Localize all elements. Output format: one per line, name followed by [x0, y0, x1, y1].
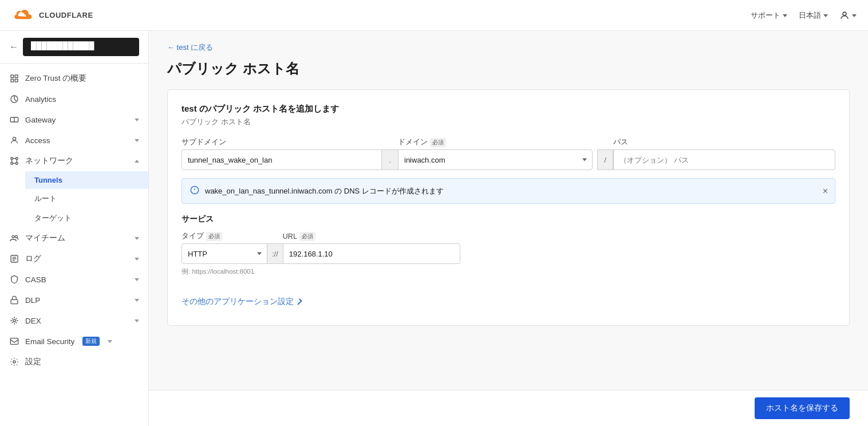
url-label: URL 必須: [283, 232, 460, 241]
slash-separator: /: [597, 149, 613, 170]
sidebar-item-network-label: ネットワーク: [25, 156, 73, 166]
sidebar-item-email-security[interactable]: Email Security 新規: [0, 331, 148, 352]
dlp-icon: [9, 295, 19, 305]
user-button[interactable]: [839, 10, 857, 21]
save-button[interactable]: ホスト名を保存する: [755, 397, 850, 419]
domain-label: ドメイン 必須: [398, 137, 593, 147]
svg-rect-4: [15, 79, 18, 82]
sidebar-item-dex[interactable]: DEX: [0, 310, 148, 331]
svg-rect-8: [11, 157, 13, 159]
type-required-badge: 必須: [206, 232, 222, 241]
url-example-text: 例: https://localhost:8001: [182, 267, 835, 276]
cloudflare-logo-text: CLOUDFLARE: [39, 11, 93, 19]
type-label: タイプ 必須: [182, 231, 267, 241]
subdomain-label: サブドメイン: [182, 137, 382, 147]
domain-group: ドメイン 必須 iniwach.com: [398, 137, 593, 170]
dex-chevron-icon: [135, 320, 139, 322]
svg-rect-15: [11, 299, 18, 303]
info-banner: wake_on_lan_nas_tunnel.iniwach.com の DNS…: [182, 178, 835, 204]
sidebar-item-zero-trust-label: Zero Trust の概要: [25, 73, 86, 84]
sidebar-item-my-team[interactable]: マイチーム: [0, 228, 148, 249]
account-pill[interactable]: ████████████: [23, 38, 139, 56]
dex-icon: [9, 315, 19, 326]
support-chevron-icon: [783, 14, 787, 17]
language-chevron-icon: [823, 14, 828, 17]
back-arrow-icon[interactable]: ←: [9, 42, 18, 52]
subdomain-group: サブドメイン: [182, 137, 382, 170]
support-label: サポート: [751, 10, 780, 21]
sidebar-item-dlp[interactable]: DLP: [0, 290, 148, 310]
language-button[interactable]: 日本語: [799, 10, 828, 21]
sidebar-item-gateway-label: Gateway: [25, 116, 56, 124]
sidebar-item-analytics-label: Analytics: [25, 95, 56, 104]
grid-icon: [9, 73, 19, 84]
svg-rect-10: [11, 163, 13, 164]
dot-separator: .: [382, 149, 398, 170]
sidebar-item-log[interactable]: ログ: [0, 249, 148, 269]
sidebar-item-gateway[interactable]: Gateway: [0, 109, 148, 130]
my-team-chevron-icon: [135, 237, 139, 240]
sidebar-item-log-label: ログ: [25, 254, 41, 264]
info-close-button[interactable]: ×: [823, 186, 828, 196]
path-label: パス: [613, 137, 835, 147]
sidebar-item-access-label: Access: [25, 136, 50, 145]
log-chevron-icon: [135, 258, 139, 261]
svg-rect-9: [16, 157, 18, 159]
email-security-badge: 新規: [82, 337, 100, 346]
other-settings-link[interactable]: その他のアプリケーション設定: [182, 297, 835, 307]
card-subtitle: パブリック ホスト名: [182, 117, 835, 127]
service-section-title: サービス: [182, 214, 835, 224]
access-chevron-icon: [135, 139, 139, 142]
info-message: wake_on_lan_nas_tunnel.iniwach.com の DNS…: [205, 186, 827, 196]
svg-point-18: [13, 361, 15, 363]
url-group: URL 必須: [283, 232, 460, 264]
content-area: ← test に戻る パブリック ホスト名 test のパブリック ホスト名を追…: [149, 31, 868, 426]
log-icon: [9, 254, 19, 264]
sidebar-item-analytics[interactable]: Analytics: [0, 89, 148, 109]
support-button[interactable]: サポート: [751, 10, 787, 21]
user-chevron-icon: [852, 14, 857, 17]
sidebar-item-network[interactable]: ネットワーク: [0, 151, 148, 171]
sidebar-account-area: ← ████████████: [0, 31, 148, 64]
svg-point-12: [12, 235, 14, 238]
svg-rect-3: [11, 79, 14, 82]
sidebar-item-access[interactable]: Access: [0, 130, 148, 151]
sidebar-sub-item-routes[interactable]: ルート: [25, 189, 148, 208]
domain-select[interactable]: iniwach.com: [398, 149, 593, 170]
sidebar-sub-item-targets[interactable]: ターゲット: [25, 208, 148, 228]
sidebar-nav: Zero Trust の概要 Analytics Gateway: [0, 64, 148, 426]
sidebar-item-email-security-label: Email Security: [25, 337, 74, 346]
gateway-chevron-icon: [135, 119, 139, 121]
path-group: パス: [613, 137, 835, 170]
service-row: タイプ 必須 HTTP HTTPS SSH RDP TCP: [182, 231, 835, 264]
sidebar-item-zero-trust[interactable]: Zero Trust の概要: [0, 68, 148, 89]
gateway-icon: [9, 115, 19, 125]
casb-chevron-icon: [135, 278, 139, 281]
path-input[interactable]: [613, 149, 835, 170]
main-layout: ← ████████████ Zero Trust の概要 Analytics: [0, 31, 868, 426]
page-title: パブリック ホスト名: [167, 60, 850, 78]
sidebar-sub-item-tunnels[interactable]: Tunnels: [25, 171, 148, 189]
svg-rect-1: [11, 75, 14, 78]
subdomain-input[interactable]: [182, 149, 382, 170]
network-icon: [9, 156, 19, 166]
email-security-chevron-icon: [108, 340, 112, 343]
content-inner: ← test に戻る パブリック ホスト名 test のパブリック ホスト名を追…: [149, 31, 868, 390]
network-sub-nav: Tunnels ルート ターゲット: [0, 171, 148, 228]
type-select[interactable]: HTTP HTTPS SSH RDP TCP: [182, 243, 267, 264]
sidebar-item-settings[interactable]: 設定: [0, 352, 148, 372]
svg-point-7: [13, 137, 15, 140]
sidebar-item-casb[interactable]: CASB: [0, 269, 148, 290]
sidebar-item-settings-label: 設定: [25, 357, 41, 367]
sidebar-item-dex-label: DEX: [25, 317, 41, 325]
sidebar-item-dlp-label: DLP: [25, 296, 40, 305]
svg-rect-17: [10, 338, 18, 345]
gear-icon: [9, 357, 19, 367]
breadcrumb[interactable]: ← test に戻る: [167, 42, 850, 53]
url-input[interactable]: [283, 243, 460, 264]
svg-point-13: [15, 235, 17, 238]
top-header: CLOUDFLARE サポート 日本語: [0, 0, 868, 31]
logo-area: CLOUDFLARE: [11, 7, 93, 23]
email-icon: [9, 336, 19, 346]
type-select-wrapper: HTTP HTTPS SSH RDP TCP: [182, 243, 267, 264]
